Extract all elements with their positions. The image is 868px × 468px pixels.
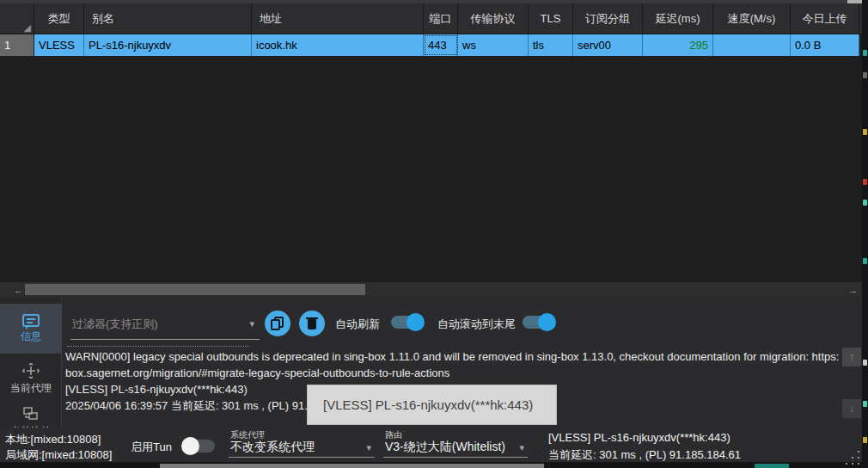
route-dropdown[interactable]: V3-绕过大陆(Whitelist) ▾	[383, 439, 528, 458]
col-header-speed[interactable]: 速度(M/s)	[713, 3, 791, 34]
proxy-share-icon	[22, 363, 40, 379]
background-window-edge	[862, 0, 868, 468]
cell-address[interactable]: icook.hk	[252, 34, 424, 56]
row-number-cell[interactable]: 1	[0, 34, 34, 56]
sidebar-item-label: 信息	[21, 329, 41, 344]
table-header-row: ◢ 类型 别名 地址 端口 传输协议 TLS 订阅分组 延迟(ms) 速度(M/…	[0, 3, 862, 34]
log-toolbar: 过滤器(支持正则) ▾ 自动刷新 自动滚动到末尾	[62, 309, 862, 345]
connections-icon	[22, 406, 40, 422]
cell-upload[interactable]: 0.0 B	[791, 34, 859, 56]
chevron-down-icon[interactable]: ▾	[249, 318, 254, 329]
col-header-latency[interactable]: 延迟(ms)	[643, 3, 713, 34]
copy-log-button[interactable]	[265, 311, 290, 336]
cell-tls[interactable]: tls	[529, 34, 573, 56]
message-icon	[22, 314, 40, 327]
corner-triangle-icon: ◢	[24, 23, 31, 33]
cell-speed[interactable]	[713, 34, 791, 56]
taskbar-strip	[0, 462, 862, 468]
lan-port-text: 局域网:[mixed:10808]	[5, 447, 112, 463]
scroll-right-icon[interactable]: →	[846, 282, 860, 297]
cell-alias[interactable]: PL-s16-njkuyxdv	[84, 34, 252, 56]
active-node-text: [VLESS] PL-s16-njkuyxdv(***hk:443)	[548, 431, 730, 444]
horizontal-scrollbar[interactable]: ← →	[0, 282, 862, 297]
route-value: V3-绕过大陆(Whitelist)	[385, 440, 505, 455]
local-port-text: 本地:[mixed:10808]	[5, 432, 101, 447]
sidebar: 信息 当前代理 当前连	[0, 297, 62, 428]
cell-group[interactable]: serv00	[573, 34, 643, 56]
col-header-address[interactable]: 地址	[252, 3, 424, 34]
col-header-group[interactable]: 订阅分组	[573, 3, 643, 34]
system-proxy-dropdown[interactable]: 不改变系统代理 ▾	[229, 439, 375, 458]
sidebar-item-label: 当前代理	[10, 381, 52, 396]
select-all-corner[interactable]: ◢	[0, 3, 34, 34]
node-tooltip: [VLESS] PL-s16-njkuyxdv(***hk:443)	[307, 385, 557, 425]
col-header-transport[interactable]: 传输协议	[458, 3, 529, 34]
table-row[interactable]: 1 VLESS PL-s16-njkuyxdv icook.hk 443 ws …	[0, 34, 862, 56]
col-header-alias[interactable]: 别名	[84, 3, 252, 34]
clipped-log-line	[67, 344, 249, 347]
app-window: ◢ 类型 别名 地址 端口 传输协议 TLS 订阅分组 延迟(ms) 速度(M/…	[0, 0, 868, 468]
resize-grip[interactable]	[846, 451, 861, 465]
chevron-down-icon: ▾	[519, 442, 524, 453]
cell-type[interactable]: VLESS	[34, 34, 84, 56]
auto-refresh-label: 自动刷新	[335, 317, 380, 332]
tun-toggle[interactable]	[182, 440, 215, 453]
system-proxy-value: 不改变系统代理	[230, 440, 315, 455]
log-scroll-down-button[interactable]: ↓	[842, 399, 861, 418]
horizontal-scrollbar-thumb[interactable]	[25, 284, 365, 295]
tun-label: 启用Tun	[131, 440, 172, 455]
log-scroll-up-button[interactable]: ↑	[842, 348, 861, 366]
log-line: box.sagernet.org/migration/#migrate-lega…	[65, 365, 839, 381]
scroll-left-icon[interactable]: ←	[11, 282, 26, 297]
log-line: WARN[0000] legacy special outbounds is d…	[65, 348, 839, 365]
auto-refresh-toggle[interactable]	[391, 316, 424, 329]
status-bar: 本地:[mixed:10808] 局域网:[mixed:10808] 启用Tun…	[0, 428, 862, 462]
cell-port[interactable]: 443	[424, 34, 458, 56]
filter-input[interactable]: 过滤器(支持正则) ▾	[70, 311, 260, 340]
current-latency-text: 当前延迟: 301 ms , (PL) 91.185.184.61	[548, 447, 741, 463]
cell-latency[interactable]: 295	[643, 34, 713, 56]
col-header-type[interactable]: 类型	[34, 3, 84, 34]
cell-transport[interactable]: ws	[458, 34, 529, 56]
col-header-upload[interactable]: 今日上传	[791, 3, 859, 34]
filter-placeholder: 过滤器(支持正则)	[72, 317, 158, 332]
arrow-down-icon: ↓	[849, 403, 854, 415]
clear-log-button[interactable]	[299, 311, 325, 336]
col-header-port[interactable]: 端口	[424, 3, 458, 34]
auto-scroll-toggle[interactable]	[523, 316, 555, 329]
col-header-tls[interactable]: TLS	[529, 3, 573, 34]
sidebar-item-info[interactable]: 信息	[0, 304, 62, 354]
arrow-up-icon: ↑	[849, 351, 854, 363]
taskbar-segment-teal	[755, 464, 789, 468]
chevron-down-icon: ▾	[366, 442, 371, 453]
auto-scroll-label: 自动滚动到末尾	[437, 317, 516, 332]
sidebar-item-current-proxy[interactable]: 当前代理	[0, 359, 62, 400]
server-table: ◢ 类型 别名 地址 端口 传输协议 TLS 订阅分组 延迟(ms) 速度(M/…	[0, 3, 862, 56]
taskbar-segment	[160, 464, 544, 468]
